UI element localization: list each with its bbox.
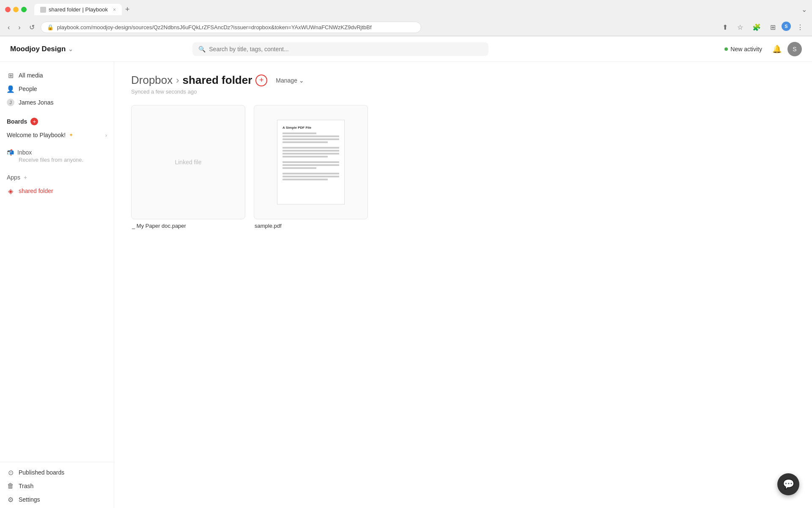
file-name-paper: _ My Paper doc.paper bbox=[131, 223, 245, 229]
pdf-line-12 bbox=[283, 173, 339, 174]
more-options-button[interactable]: ⋮ bbox=[793, 22, 807, 33]
pdf-line-9 bbox=[283, 161, 339, 163]
refresh-button[interactable]: ↺ bbox=[27, 22, 37, 33]
boards-label: Boards bbox=[7, 118, 27, 125]
bookmark-button[interactable]: ☆ bbox=[734, 22, 746, 33]
breadcrumb-current: shared folder bbox=[183, 74, 252, 87]
pdf-line-10 bbox=[283, 164, 339, 166]
brand-chevron-icon: ⌄ bbox=[68, 46, 73, 52]
address-bar[interactable]: 🔒 playbook.com/moodjoy-design/sources/Qz… bbox=[41, 22, 421, 33]
file-card-paper[interactable]: Linked file _ My Paper doc.paper bbox=[131, 105, 245, 229]
inbox-section: 📬 Inbox Receive files from anyone. bbox=[0, 146, 114, 166]
forward-button[interactable]: › bbox=[16, 22, 23, 33]
james-jonas-label: James Jonas bbox=[19, 99, 53, 106]
pdf-line-11 bbox=[283, 167, 316, 169]
tab-close-icon[interactable]: × bbox=[113, 7, 116, 13]
boards-add-button[interactable]: + bbox=[30, 118, 38, 125]
settings-icon: ⚙ bbox=[7, 496, 14, 503]
apps-label: Apps bbox=[7, 174, 20, 181]
header-actions: New activity 🔔 S bbox=[720, 42, 802, 56]
new-activity-button[interactable]: New activity bbox=[720, 43, 766, 55]
trash-icon: 🗑 bbox=[7, 482, 14, 490]
file-card-pdf[interactable]: A Simple PDF File bbox=[254, 105, 368, 229]
pdf-line-3 bbox=[283, 138, 339, 140]
board-name: Welcome to Playbook! bbox=[7, 132, 66, 138]
browser-tabs: shared folder | Playbook × + bbox=[34, 3, 133, 16]
tab-favicon bbox=[40, 7, 46, 13]
share-button[interactable]: ⬆ bbox=[719, 22, 731, 33]
sidebar: ⊞ All media 👤 People J James Jonas Board… bbox=[0, 62, 114, 508]
sidebar-item-all-media[interactable]: ⊞ All media bbox=[0, 69, 114, 82]
pdf-line-1 bbox=[283, 133, 316, 134]
notifications-button[interactable]: 🔔 bbox=[772, 44, 782, 54]
sidebar-item-welcome[interactable]: Welcome to Playbook! ✦ › bbox=[0, 129, 114, 141]
extension-button[interactable]: 🧩 bbox=[749, 22, 764, 33]
board-star-icon: ✦ bbox=[69, 132, 73, 138]
files-grid: Linked file _ My Paper doc.paper A Simpl… bbox=[131, 105, 795, 229]
published-icon: ⊙ bbox=[7, 469, 14, 476]
file-thumbnail-paper: Linked file bbox=[131, 105, 245, 219]
manage-label: Manage bbox=[276, 77, 297, 84]
inbox-subtitle: Receive files from anyone. bbox=[7, 157, 107, 163]
chat-button[interactable]: 💬 bbox=[777, 473, 799, 495]
settings-label: Settings bbox=[19, 496, 40, 503]
manage-chevron-icon: ⌄ bbox=[299, 77, 304, 84]
sidebar-item-published[interactable]: ⊙ Published boards bbox=[0, 466, 114, 479]
pdf-line-5 bbox=[283, 147, 339, 149]
chat-icon: 💬 bbox=[783, 479, 794, 490]
sidebar-item-trash[interactable]: 🗑 Trash bbox=[0, 479, 114, 493]
search-input[interactable] bbox=[209, 46, 483, 52]
breadcrumb-parent[interactable]: Dropbox bbox=[131, 74, 173, 87]
published-label: Published boards bbox=[19, 469, 64, 476]
window-controls bbox=[5, 7, 27, 12]
pdf-line-7 bbox=[283, 153, 339, 155]
dropbox-icon: ◈ bbox=[7, 187, 14, 195]
breadcrumb-separator: › bbox=[176, 75, 179, 86]
breadcrumb: Dropbox › shared folder + Manage ⌄ bbox=[131, 74, 795, 87]
people-icon: 👤 bbox=[7, 85, 14, 93]
browser-chevron-down[interactable]: ⌄ bbox=[801, 6, 807, 14]
inbox-icon: 📬 bbox=[7, 149, 14, 156]
sidebar-item-settings[interactable]: ⚙ Settings bbox=[0, 493, 114, 506]
grid-button[interactable]: ⊞ bbox=[767, 22, 779, 33]
content-area: Dropbox › shared folder + Manage ⌄ Synce… bbox=[114, 62, 812, 508]
manage-button[interactable]: Manage ⌄ bbox=[271, 75, 309, 86]
sync-status: Synced a few seconds ago bbox=[131, 88, 795, 95]
sidebar-item-people[interactable]: 👤 People bbox=[0, 82, 114, 96]
search-icon: 🔍 bbox=[198, 46, 206, 52]
apps-add-button[interactable]: + bbox=[24, 174, 27, 181]
people-label: People bbox=[19, 86, 37, 92]
minimize-button[interactable] bbox=[13, 7, 19, 12]
pdf-line-4 bbox=[283, 141, 328, 143]
james-icon: J bbox=[7, 99, 14, 106]
linked-file-placeholder: Linked file bbox=[175, 159, 201, 166]
user-avatar[interactable]: S bbox=[787, 42, 802, 56]
all-media-icon: ⊞ bbox=[7, 72, 14, 79]
pdf-line-13 bbox=[283, 176, 339, 177]
sidebar-item-james-jonas[interactable]: J James Jonas bbox=[0, 96, 114, 109]
add-to-breadcrumb-button[interactable]: + bbox=[255, 75, 267, 86]
sidebar-item-shared-folder[interactable]: ◈ shared folder bbox=[0, 184, 114, 198]
pdf-line-2 bbox=[283, 135, 339, 137]
trash-label: Trash bbox=[19, 483, 33, 489]
brand-logo[interactable]: Moodjoy Design ⌄ bbox=[10, 45, 73, 53]
pdf-preview-title: A Simple PDF File bbox=[283, 125, 339, 130]
browser-user-avatar[interactable]: S bbox=[782, 22, 791, 31]
app-header: Moodjoy Design ⌄ 🔍 New activity 🔔 S bbox=[0, 36, 812, 62]
pdf-preview: A Simple PDF File bbox=[277, 120, 345, 204]
tab-title: shared folder | Playbook bbox=[49, 6, 108, 13]
back-button[interactable]: ‹ bbox=[5, 22, 12, 33]
shared-folder-label: shared folder bbox=[19, 188, 53, 194]
pdf-line-6 bbox=[283, 150, 339, 152]
apps-section-header: Apps + bbox=[0, 171, 114, 184]
new-tab-button[interactable]: + bbox=[122, 3, 133, 16]
maximize-button[interactable] bbox=[21, 7, 27, 12]
pdf-line-14 bbox=[283, 179, 328, 180]
file-name-pdf: sample.pdf bbox=[254, 223, 368, 229]
close-button[interactable] bbox=[5, 7, 11, 12]
file-thumbnail-pdf: A Simple PDF File bbox=[254, 105, 368, 219]
boards-section-header: Boards + bbox=[0, 114, 114, 129]
board-chevron-icon: › bbox=[105, 132, 107, 138]
active-tab[interactable]: shared folder | Playbook × bbox=[34, 4, 122, 15]
brand-name: Moodjoy Design bbox=[10, 45, 66, 53]
